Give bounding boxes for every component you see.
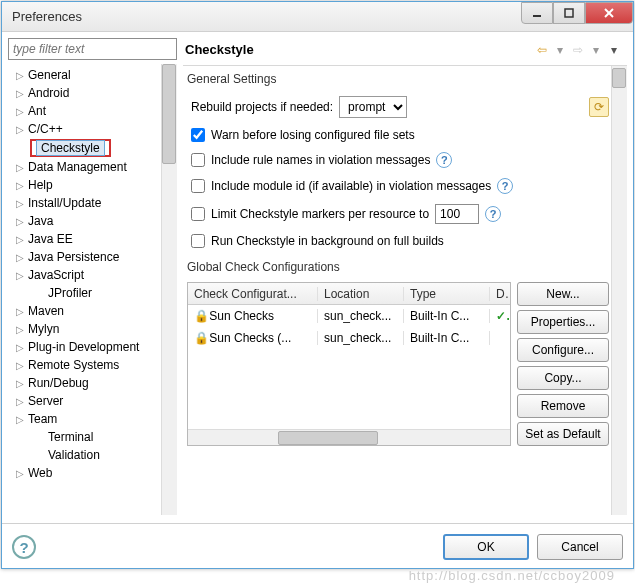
expand-icon[interactable]: ▷ bbox=[16, 234, 28, 245]
col-name[interactable]: Check Configurat... bbox=[188, 287, 318, 301]
limit-checkbox[interactable] bbox=[191, 207, 205, 221]
tree-item-general[interactable]: ▷General bbox=[8, 66, 161, 84]
tree-item-ant[interactable]: ▷Ant bbox=[8, 102, 161, 120]
include-module-label: Include module id (if available) in viol… bbox=[211, 179, 491, 193]
tree-item-server[interactable]: ▷Server bbox=[8, 392, 161, 410]
expand-icon[interactable]: ▷ bbox=[16, 88, 28, 99]
category-tree[interactable]: ▷General▷Android▷Ant▷C/C++Checkstyle▷Dat… bbox=[8, 64, 161, 515]
tree-item-validation[interactable]: Validation bbox=[8, 446, 161, 464]
copy-button[interactable]: Copy... bbox=[517, 366, 609, 390]
tree-item-label: Terminal bbox=[48, 430, 93, 444]
panel-vscroll[interactable] bbox=[611, 66, 627, 515]
config-table[interactable]: Check Configurat... Location Type D 🔒 Su… bbox=[187, 282, 511, 446]
rebuild-label: Rebuild projects if needed: bbox=[191, 100, 333, 114]
expand-icon[interactable]: ▷ bbox=[16, 198, 28, 209]
warn-checkbox[interactable] bbox=[191, 128, 205, 142]
tree-item-label: Java bbox=[28, 214, 53, 228]
tree-scrollbar[interactable] bbox=[161, 64, 177, 515]
expand-icon[interactable]: ▷ bbox=[16, 414, 28, 425]
table-row[interactable]: 🔒 Sun Checks (...sun_check...Built-In C.… bbox=[188, 327, 510, 349]
tree-item-remote-systems[interactable]: ▷Remote Systems bbox=[8, 356, 161, 374]
background-label: Run Checkstyle in background on full bui… bbox=[211, 234, 444, 248]
expand-icon[interactable]: ▷ bbox=[16, 306, 28, 317]
tree-item-team[interactable]: ▷Team bbox=[8, 410, 161, 428]
tree-item-label: Data Management bbox=[28, 160, 127, 174]
tree-item-label: Install/Update bbox=[28, 196, 101, 210]
view-menu[interactable]: ▾ bbox=[605, 41, 623, 59]
close-button[interactable] bbox=[585, 2, 633, 24]
include-rule-checkbox[interactable] bbox=[191, 153, 205, 167]
tree-item-maven[interactable]: ▷Maven bbox=[8, 302, 161, 320]
expand-icon[interactable]: ▷ bbox=[16, 342, 28, 353]
expand-icon[interactable]: ▷ bbox=[16, 468, 28, 479]
scrollbar-thumb[interactable] bbox=[162, 64, 176, 164]
expand-icon[interactable]: ▷ bbox=[16, 124, 28, 135]
background-checkbox[interactable] bbox=[191, 234, 205, 248]
expand-icon[interactable]: ▷ bbox=[16, 324, 28, 335]
configure-button[interactable]: Configure... bbox=[517, 338, 609, 362]
refresh-icon[interactable]: ⟳ bbox=[589, 97, 609, 117]
col-location[interactable]: Location bbox=[318, 287, 404, 301]
tree-item-run-debug[interactable]: ▷Run/Debug bbox=[8, 374, 161, 392]
tree-item-label: Android bbox=[28, 86, 69, 100]
tree-item-plug-in-development[interactable]: ▷Plug-in Development bbox=[8, 338, 161, 356]
tree-item-java-persistence[interactable]: ▷Java Persistence bbox=[8, 248, 161, 266]
tree-item-c-c-[interactable]: ▷C/C++ bbox=[8, 120, 161, 138]
forward-menu[interactable]: ▾ bbox=[587, 41, 605, 59]
properties-button[interactable]: Properties... bbox=[517, 310, 609, 334]
table-hscroll[interactable] bbox=[188, 429, 510, 445]
col-type[interactable]: Type bbox=[404, 287, 490, 301]
minimize-button[interactable] bbox=[521, 2, 553, 24]
back-button[interactable]: ⇦ bbox=[533, 41, 551, 59]
tree-item-java[interactable]: ▷Java bbox=[8, 212, 161, 230]
expand-icon[interactable]: ▷ bbox=[16, 378, 28, 389]
tree-item-web[interactable]: ▷Web bbox=[8, 464, 161, 482]
col-default[interactable]: D bbox=[490, 287, 510, 301]
settings-panel: Checkstyle ⇦ ▾ ⇨ ▾ ▾ General Settings Re… bbox=[183, 38, 627, 515]
expand-icon[interactable]: ▷ bbox=[16, 106, 28, 117]
remove-button[interactable]: Remove bbox=[517, 394, 609, 418]
tree-item-android[interactable]: ▷Android bbox=[8, 84, 161, 102]
rebuild-select[interactable]: prompt bbox=[339, 96, 407, 118]
expand-icon[interactable]: ▷ bbox=[16, 396, 28, 407]
maximize-button[interactable] bbox=[553, 2, 585, 24]
set-default-button[interactable]: Set as Default bbox=[517, 422, 609, 446]
hscroll-thumb[interactable] bbox=[278, 431, 378, 445]
back-menu[interactable]: ▾ bbox=[551, 41, 569, 59]
expand-icon[interactable]: ▷ bbox=[16, 70, 28, 81]
tree-item-help[interactable]: ▷Help bbox=[8, 176, 161, 194]
help-icon[interactable]: ? bbox=[485, 206, 501, 222]
cell-name: 🔒 Sun Checks bbox=[188, 309, 318, 323]
tree-item-label: General bbox=[28, 68, 71, 82]
filter-input[interactable] bbox=[8, 38, 177, 60]
expand-icon[interactable]: ▷ bbox=[16, 252, 28, 263]
vscroll-thumb[interactable] bbox=[612, 68, 626, 88]
table-row[interactable]: 🔒 Sun Checkssun_check...Built-In C...✓ bbox=[188, 305, 510, 327]
tree-item-install-update[interactable]: ▷Install/Update bbox=[8, 194, 161, 212]
tree-item-label: Java Persistence bbox=[28, 250, 119, 264]
tree-item-checkstyle[interactable]: Checkstyle bbox=[30, 139, 111, 157]
limit-input[interactable] bbox=[435, 204, 479, 224]
tree-item-javascript[interactable]: ▷JavaScript bbox=[8, 266, 161, 284]
help-button[interactable]: ? bbox=[12, 535, 36, 559]
help-icon[interactable]: ? bbox=[436, 152, 452, 168]
new-button[interactable]: New... bbox=[517, 282, 609, 306]
expand-icon[interactable]: ▷ bbox=[16, 270, 28, 281]
tree-item-label: JProfiler bbox=[48, 286, 92, 300]
window-controls bbox=[521, 2, 633, 31]
tree-item-terminal[interactable]: Terminal bbox=[8, 428, 161, 446]
tree-item-java-ee[interactable]: ▷Java EE bbox=[8, 230, 161, 248]
expand-icon[interactable]: ▷ bbox=[16, 360, 28, 371]
lock-icon: 🔒 bbox=[194, 309, 206, 321]
expand-icon[interactable]: ▷ bbox=[16, 180, 28, 191]
help-icon[interactable]: ? bbox=[497, 178, 513, 194]
include-rule-label: Include rule names in violation messages bbox=[211, 153, 430, 167]
expand-icon[interactable]: ▷ bbox=[16, 216, 28, 227]
include-module-checkbox[interactable] bbox=[191, 179, 205, 193]
ok-button[interactable]: OK bbox=[443, 534, 529, 560]
tree-item-data-management[interactable]: ▷Data Management bbox=[8, 158, 161, 176]
expand-icon[interactable]: ▷ bbox=[16, 162, 28, 173]
cancel-button[interactable]: Cancel bbox=[537, 534, 623, 560]
tree-item-jprofiler[interactable]: JProfiler bbox=[8, 284, 161, 302]
tree-item-mylyn[interactable]: ▷Mylyn bbox=[8, 320, 161, 338]
